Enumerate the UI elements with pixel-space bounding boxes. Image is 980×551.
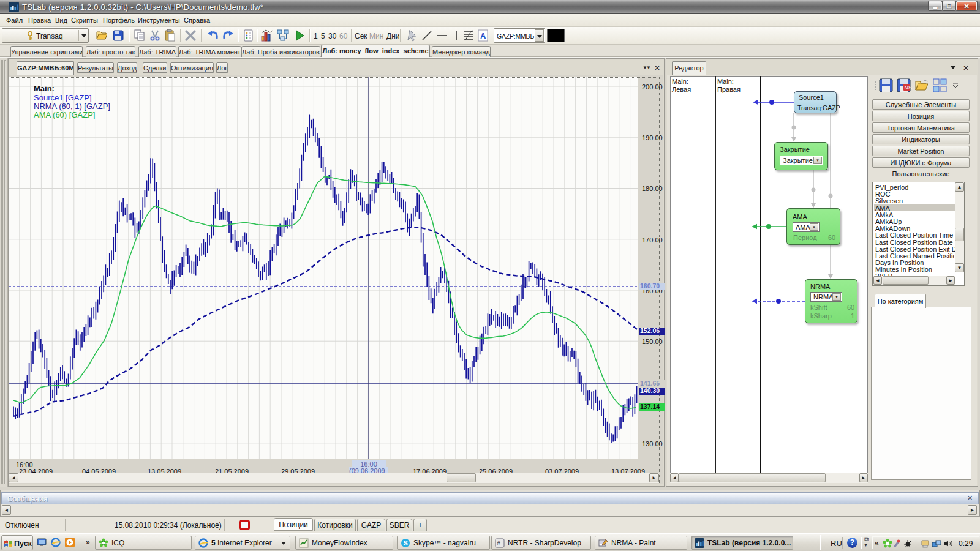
svg-text:#: # <box>497 541 500 547</box>
svg-text:A: A <box>480 31 486 40</box>
svg-text:NS: NS <box>905 84 913 91</box>
svg-text:S: S <box>404 539 408 547</box>
